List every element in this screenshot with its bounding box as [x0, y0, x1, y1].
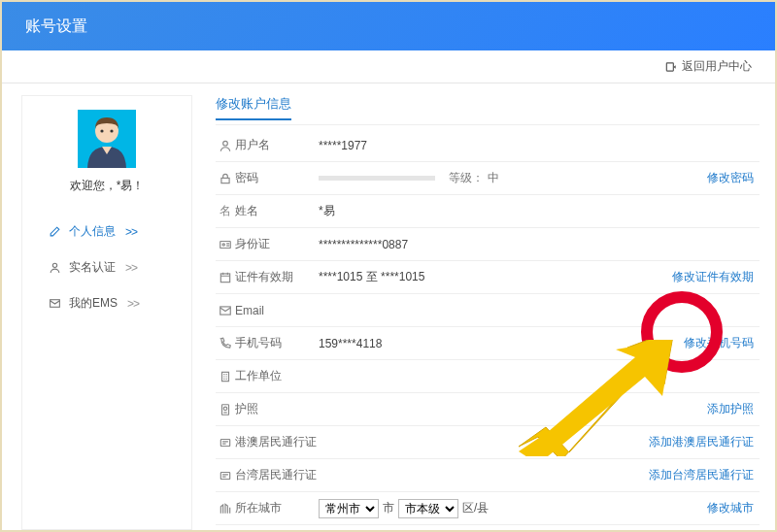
- row-email: Email: [216, 294, 760, 327]
- name-icon: 名: [216, 203, 235, 219]
- row-label: 用户名: [235, 137, 319, 153]
- add-passport-link[interactable]: 添加护照: [707, 401, 760, 417]
- row-idcard: 身份证 **************0887: [216, 228, 760, 261]
- top-bar: 返回用户中心: [2, 50, 775, 83]
- row-value: 等级： 中: [319, 170, 707, 186]
- row-hkmo-permit: 港澳居民通行证 添加港澳居民通行证: [216, 426, 760, 459]
- row-value: ****1015 至 ****1015: [319, 269, 672, 285]
- row-realname: 名 姓名 *易: [216, 195, 760, 228]
- chevron-double-right-icon: >>: [125, 225, 137, 239]
- row-value: *****1977: [319, 139, 760, 152]
- city-unit-label: 市: [383, 500, 394, 516]
- sidebar-item-label: 实名认证: [69, 259, 116, 276]
- row-username: 用户名 *****1977: [216, 129, 760, 162]
- svg-rect-16: [220, 439, 229, 446]
- user-icon: [48, 261, 61, 275]
- change-city-link[interactable]: 修改城市: [707, 500, 760, 516]
- app-frame: 账号设置 返回用户中心: [0, 0, 777, 532]
- avatar: [78, 110, 136, 168]
- svg-point-10: [222, 243, 224, 245]
- back-link-label: 返回用户中心: [682, 58, 752, 75]
- calendar-icon: [216, 271, 235, 284]
- sidebar-nav: 个人信息 >> 实名认证 >> 我的EMS >>: [22, 214, 191, 321]
- password-strength-bar: [319, 176, 435, 181]
- add-tw-link[interactable]: 添加台湾居民通行证: [649, 467, 760, 483]
- passport-icon: [216, 403, 235, 416]
- row-label: 港澳居民通行证: [235, 434, 342, 450]
- chevron-double-right-icon: >>: [127, 297, 139, 311]
- svg-point-7: [223, 141, 228, 146]
- row-passport: 护照 添加护照: [216, 393, 760, 426]
- back-arrow-icon: [664, 60, 678, 74]
- mail-icon: [48, 297, 61, 311]
- permit-icon: [216, 469, 235, 482]
- mail-icon: [216, 304, 235, 317]
- row-label: 手机号码: [235, 335, 319, 351]
- province-select[interactable]: 常州市: [319, 499, 379, 518]
- row-label: 证件有效期: [235, 269, 319, 285]
- avatar-icon: [78, 110, 136, 168]
- page-header: 账号设置: [2, 2, 775, 50]
- row-label: 所在城市: [235, 500, 319, 516]
- row-mobile: 手机号码 159****4118 修改手机号码: [216, 327, 760, 360]
- sidebar-item-label: 个人信息: [69, 223, 116, 240]
- sidebar-item-ems[interactable]: 我的EMS >>: [22, 285, 191, 321]
- row-label: 密码: [235, 170, 319, 186]
- lock-icon: [216, 172, 235, 185]
- main-content: 修改账户信息 用户名 *****1977 密码 等级： 中: [192, 83, 775, 530]
- svg-point-4: [110, 129, 113, 132]
- row-label: 姓名: [235, 203, 319, 219]
- sidebar-item-profile[interactable]: 个人信息 >>: [22, 214, 191, 249]
- phone-icon: [216, 337, 235, 350]
- row-value: 159****4118: [319, 337, 684, 350]
- welcome-text: 欢迎您，*易！: [70, 178, 145, 194]
- change-idvalid-link[interactable]: 修改证件有效期: [672, 269, 760, 285]
- idcard-icon: [216, 238, 235, 251]
- password-level-value: 中: [488, 170, 499, 186]
- section-title: 修改账户信息: [216, 91, 291, 120]
- edit-icon: [48, 225, 61, 239]
- avatar-block: 欢迎您，*易！: [22, 96, 191, 204]
- row-value: **************0887: [319, 238, 760, 251]
- building-icon: [216, 370, 235, 383]
- sidebar-item-realname[interactable]: 实名认证 >>: [22, 249, 191, 285]
- svg-point-5: [52, 263, 56, 267]
- svg-point-15: [223, 407, 227, 411]
- body-area: 欢迎您，*易！ 个人信息 >> 实名认证 >>: [2, 83, 775, 530]
- svg-rect-11: [220, 273, 229, 282]
- svg-rect-8: [221, 178, 229, 183]
- chevron-double-right-icon: >>: [125, 261, 137, 275]
- row-value: *易: [319, 203, 760, 219]
- change-mobile-link[interactable]: 修改手机号码: [684, 335, 760, 351]
- change-password-link[interactable]: 修改密码: [707, 170, 760, 186]
- row-city: 所在城市 常州市 市 市本级 区/县 修改城市: [216, 492, 760, 525]
- row-label: Email: [235, 304, 319, 317]
- row-value: 常州市 市 市本级 区/县: [319, 499, 707, 518]
- row-label: 护照: [235, 401, 319, 417]
- row-idvalid: 证件有效期 ****1015 至 ****1015 修改证件有效期: [216, 261, 760, 294]
- permit-icon: [216, 436, 235, 449]
- page-title: 账号设置: [25, 17, 87, 37]
- svg-rect-17: [220, 472, 229, 479]
- row-tw-permit: 台湾居民通行证 添加台湾居民通行证: [216, 459, 760, 492]
- row-label: 身份证: [235, 236, 319, 252]
- row-password: 密码 等级： 中 修改密码: [216, 162, 760, 195]
- sidebar-item-label: 我的EMS: [69, 295, 118, 312]
- user-icon: [216, 139, 235, 152]
- svg-point-3: [100, 129, 103, 132]
- row-label: 工作单位: [235, 368, 319, 384]
- add-hkmo-link[interactable]: 添加港澳居民通行证: [649, 434, 760, 450]
- city-icon: [216, 502, 235, 515]
- password-level-label: 等级：: [449, 170, 484, 186]
- city-select[interactable]: 市本级: [398, 499, 458, 518]
- svg-rect-0: [666, 62, 673, 70]
- section-title-wrap: 修改账户信息: [216, 91, 760, 125]
- row-label: 台湾居民通行证: [235, 467, 342, 483]
- back-user-center-link[interactable]: 返回用户中心: [664, 58, 752, 75]
- district-unit-label: 区/县: [462, 500, 489, 516]
- svg-rect-13: [222, 372, 229, 381]
- row-workunit: 工作单位: [216, 360, 760, 393]
- sidebar: 欢迎您，*易！ 个人信息 >> 实名认证 >>: [21, 95, 192, 530]
